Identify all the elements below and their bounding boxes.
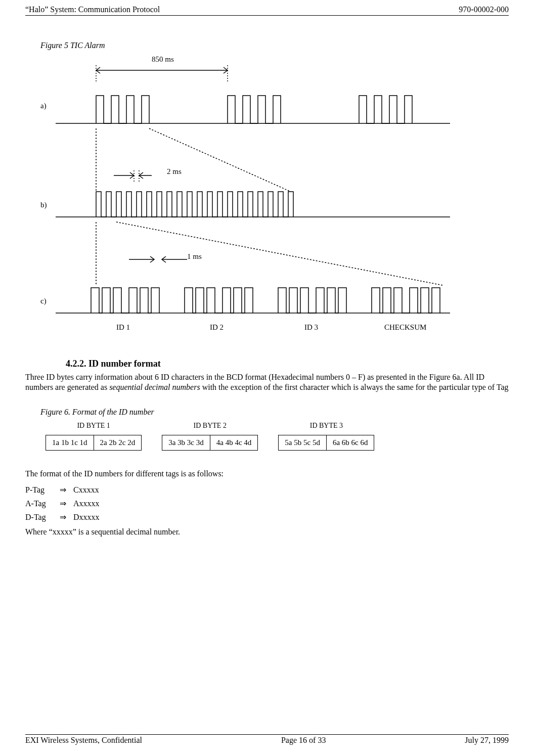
label-id3: ID 3 (304, 323, 318, 332)
tagfmt-row-p: P-Tag ⇒ Cxxxxx (25, 485, 509, 495)
footer-right: July 27, 1999 (465, 736, 509, 745)
label-c: c) (40, 297, 47, 305)
id-byte-3: ID BYTE 3 5a 5b 5c 5d 6a 6b 6c 6d (278, 422, 374, 451)
svg-line-5 (149, 128, 291, 192)
figure5-caption: Figure 5 TIC Alarm (40, 41, 509, 50)
id-byte-1-cell-0: 1a 1b 1c 1d (46, 435, 94, 450)
id-byte-2-title: ID BYTE 2 (162, 422, 258, 430)
id-byte-row: ID BYTE 1 1a 1b 1c 1d 2a 2b 2c 2d ID BYT… (46, 422, 509, 451)
label-checksum: CHECKSUM (384, 323, 426, 332)
id-byte-1: ID BYTE 1 1a 1b 1c 1d 2a 2b 2c 2d (46, 422, 142, 451)
tag-name-d: D-Tag (25, 513, 53, 522)
figure5-diagram: 850 ms a) 2 ms b) 1 ms c) ID 1 ID 2 ID 3… (40, 55, 504, 343)
header-left: “Halo” System: Communication Protocol (25, 5, 160, 14)
tagfmt-note: Where “xxxxx” is a sequential decimal nu… (25, 527, 509, 537)
tagfmt-intro: The format of the ID numbers for differe… (25, 469, 509, 479)
id-byte-3-title: ID BYTE 3 (278, 422, 374, 430)
id-byte-2: ID BYTE 2 3a 3b 3c 3d 4a 4b 4c 4d (162, 422, 258, 451)
label-1ms: 1 ms (187, 252, 202, 261)
section-heading-id-format: 4.2.2. ID number format (66, 359, 509, 369)
id-byte-3-cell-0: 5a 5b 5c 5d (279, 435, 326, 450)
id-byte-3-cell-1: 6a 6b 6c 6d (326, 435, 374, 450)
tagfmt-row-d: D-Tag ⇒ Dxxxxx (25, 512, 509, 522)
id-byte-1-cell-1: 2a 2b 2c 2d (94, 435, 142, 450)
tag-value-a: Axxxxx (73, 499, 100, 508)
tag-value-p: Cxxxxx (73, 485, 99, 495)
footer-center: Page 16 of 33 (281, 736, 326, 745)
para-seg-c: with the exception of the first characte… (200, 383, 509, 391)
label-a: a) (40, 102, 47, 110)
label-id2: ID 2 (210, 323, 224, 332)
header-right: 970-00002-000 (459, 5, 509, 14)
tag-name-p: P-Tag (25, 485, 53, 495)
para-id-format: Three ID bytes carry information about 6… (25, 372, 509, 392)
label-id1: ID 1 (116, 323, 130, 332)
label-2ms: 2 ms (167, 167, 182, 176)
svg-line-12 (116, 222, 442, 285)
footer-left: EXI Wireless Systems, Confidential (25, 736, 142, 745)
label-b: b) (40, 201, 47, 209)
para-seg-b: sequential decimal numbers (109, 383, 200, 391)
id-byte-2-cell-0: 3a 3b 3c 3d (162, 435, 210, 450)
arrow-icon: ⇒ (60, 499, 66, 508)
arrow-icon: ⇒ (60, 485, 66, 495)
tag-name-a: A-Tag (25, 499, 53, 508)
tag-value-d: Dxxxxx (73, 513, 100, 522)
id-byte-2-cell-1: 4a 4b 4c 4d (210, 435, 258, 450)
page-footer: EXI Wireless Systems, Confidential Page … (25, 734, 509, 745)
tagfmt-row-a: A-Tag ⇒ Axxxxx (25, 499, 509, 508)
arrow-icon: ⇒ (60, 512, 66, 522)
page-header: “Halo” System: Communication Protocol 97… (25, 5, 509, 16)
figure6-caption: Figure 6. Format of the ID number (40, 408, 509, 417)
label-850ms: 850 ms (152, 55, 174, 64)
id-byte-1-title: ID BYTE 1 (46, 422, 142, 430)
